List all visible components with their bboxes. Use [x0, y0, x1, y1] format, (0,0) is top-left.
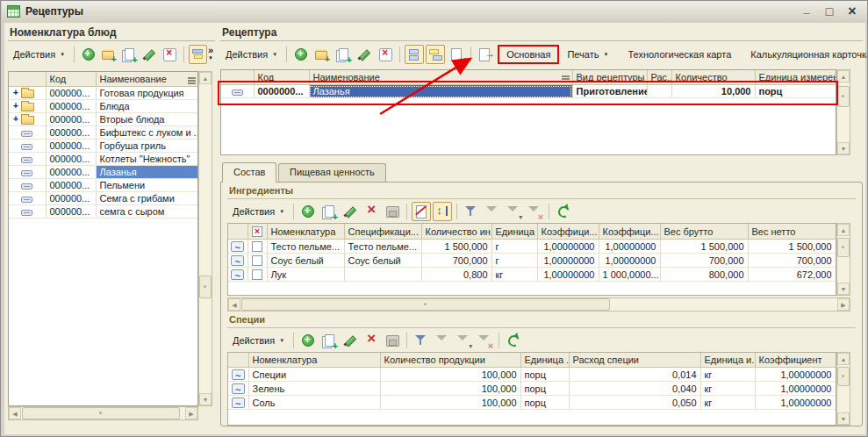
column-header-0[interactable]: Номенклатура — [267, 224, 344, 240]
copy-button[interactable] — [319, 331, 339, 350]
refresh-button[interactable] — [554, 202, 573, 221]
filter-clear-button[interactable] — [475, 331, 494, 350]
scroll-thumb[interactable] — [22, 407, 180, 419]
print-button[interactable]: Печать ▼ — [561, 47, 614, 62]
filter-button[interactable] — [483, 202, 502, 221]
refresh-button[interactable] — [504, 331, 523, 350]
column-header-0[interactable]: Номенклатура — [248, 353, 380, 368]
add-button[interactable] — [298, 331, 318, 350]
undo-button[interactable] — [447, 45, 466, 64]
save-button[interactable] — [383, 331, 402, 350]
add-button[interactable] — [298, 202, 318, 221]
tree-group-row[interactable]: +000000...Блюда — [9, 100, 198, 113]
actions-button[interactable]: Действия▼ — [8, 47, 70, 61]
checkbox-icon[interactable] — [252, 269, 262, 280]
delete-button[interactable] — [376, 45, 395, 64]
exclude-column-header[interactable] — [247, 224, 267, 240]
list-item-row[interactable]: 000000...Котлеты "Нежность" — [9, 153, 198, 166]
column-header-4[interactable]: Коэффици... — [537, 224, 599, 240]
save-button[interactable] — [383, 202, 402, 221]
scroll-up-icon[interactable]: ▲ — [199, 72, 212, 84]
column-header-3[interactable]: Расход специи — [569, 353, 700, 368]
scroll-left-icon[interactable]: ◀ — [228, 298, 240, 311]
ingredients-hscrollbar[interactable]: ◀ ▶ — [227, 297, 850, 312]
scroll-down-icon[interactable]: ▼ — [199, 393, 212, 405]
icon-column-header[interactable] — [228, 353, 248, 368]
code-column-header[interactable]: Код — [46, 72, 96, 87]
delete-x-button[interactable] — [362, 202, 381, 221]
name-column-header[interactable]: Наименование — [96, 72, 198, 87]
filter-clear-button[interactable] — [525, 202, 544, 221]
code-column-header[interactable]: Код — [254, 70, 309, 85]
column-header-7[interactable]: Вес нетто — [748, 224, 836, 240]
column-header-3[interactable]: Единица — [491, 224, 537, 240]
scroll-right-icon[interactable]: ▶ — [837, 298, 850, 311]
filter-menu-button[interactable] — [504, 202, 523, 221]
edit-button[interactable] — [355, 45, 374, 64]
list-item-row[interactable]: 000000...семга с сыром — [9, 205, 198, 218]
actions-button[interactable]: Действия▼ — [227, 333, 290, 347]
spice-row[interactable]: Соль100,000порц0,050кг1,00000000 — [228, 396, 836, 410]
filter-edit-button[interactable] — [462, 202, 481, 221]
copy-button[interactable] — [334, 45, 353, 64]
column-header-1[interactable]: Количество продукции — [380, 353, 520, 368]
add-button[interactable] — [291, 45, 311, 64]
list-item-row[interactable]: 000000...Семга с грибами — [9, 192, 198, 205]
scroll-thumb[interactable] — [241, 298, 610, 311]
recipe-row[interactable]: 0000000...ЛазаньяПриготовление10,000порц — [221, 85, 836, 98]
goto-button[interactable] — [476, 45, 495, 64]
ingredient-row[interactable]: Соус белыйСоус белый700,000г1,000000001,… — [228, 254, 836, 268]
delete-x-button[interactable] — [362, 331, 381, 350]
scroll-up-icon[interactable]: ▲ — [837, 70, 850, 82]
unit-column-header[interactable]: Единица измерения — [755, 70, 836, 85]
add-button[interactable] — [79, 45, 97, 64]
scroll-down-icon[interactable]: ▼ — [837, 283, 850, 295]
minimize-button[interactable] — [798, 3, 815, 21]
tree-group-row[interactable]: +000000...Вторые блюда — [9, 113, 198, 126]
copy-button[interactable] — [319, 202, 339, 221]
main-recipe-button[interactable]: Основная — [500, 47, 556, 62]
spices-vscrollbar[interactable]: ▲ ▼ — [836, 352, 850, 426]
column-header-5[interactable]: Коэффици... — [599, 224, 660, 240]
marker-column-header[interactable] — [9, 72, 46, 87]
spice-row[interactable]: Специи100,000порц0,014кг1,00000000 — [228, 368, 836, 382]
column-header-4[interactable]: Единица и... — [700, 353, 755, 368]
list-item-row[interactable]: 000000...Пельмени — [9, 179, 198, 192]
tree-group-row[interactable]: +000000...Готовая продукция — [9, 87, 198, 100]
dish-list-hscrollbar[interactable]: ◀ ▶ — [8, 406, 198, 420]
tab-pishchevaya-cennost[interactable]: Пищевая ценность — [278, 163, 386, 182]
ingredient-row[interactable]: Тесто пельме...Тесто пельме...1 500,000г… — [228, 240, 836, 254]
actions-button[interactable]: Действия▼ — [220, 47, 283, 61]
scroll-up-icon[interactable]: ▲ — [837, 353, 850, 365]
scroll-up-icon[interactable]: ▲ — [837, 224, 850, 236]
scroll-right-icon[interactable]: ▶ — [185, 407, 197, 419]
filter-edit-button[interactable] — [412, 331, 431, 350]
ingredient-row[interactable]: Лук0,800кг1,000000001 000,0000...800,000… — [228, 268, 836, 282]
spice-row[interactable]: Зелень100,000порц0,040кг1,00000000 — [228, 382, 836, 396]
tech-card-button[interactable]: Технологическая карта — [621, 47, 737, 62]
actions-button[interactable]: Действия▼ — [227, 204, 290, 218]
autofit-button[interactable] — [433, 202, 452, 221]
edit-button[interactable] — [341, 202, 360, 221]
recipe-vscrollbar[interactable]: ▲ ▼ — [836, 69, 850, 155]
column-header-2[interactable]: Количество ин... — [421, 224, 491, 240]
edit-button[interactable] — [341, 331, 360, 350]
scroll-down-icon[interactable]: ▼ — [837, 412, 850, 425]
icon-column-header[interactable] — [228, 224, 247, 240]
expand-node-icon[interactable]: + — [13, 89, 18, 97]
maximize-button[interactable] — [821, 3, 838, 21]
scroll-down-icon[interactable]: ▼ — [837, 142, 850, 154]
list-item-row[interactable]: 000000...Бифштекс с луком и ... — [9, 126, 198, 140]
scroll-thumb[interactable] — [837, 367, 850, 386]
calc-card-button[interactable]: Калькуляционная карточка — [744, 47, 868, 62]
edit-button[interactable] — [140, 45, 159, 64]
column-header-6[interactable]: Вес брутто — [660, 224, 748, 240]
list-item-row[interactable]: 000000...Горбуша гриль — [9, 140, 198, 153]
list-view2-button[interactable] — [426, 45, 445, 64]
list-view-button[interactable] — [405, 45, 424, 64]
copy-button[interactable] — [119, 45, 138, 64]
name-column-header[interactable]: Наименование — [309, 70, 572, 85]
tree-view-button[interactable] — [189, 45, 207, 64]
delete-button[interactable] — [161, 45, 179, 64]
scroll-thumb[interactable] — [199, 276, 212, 298]
